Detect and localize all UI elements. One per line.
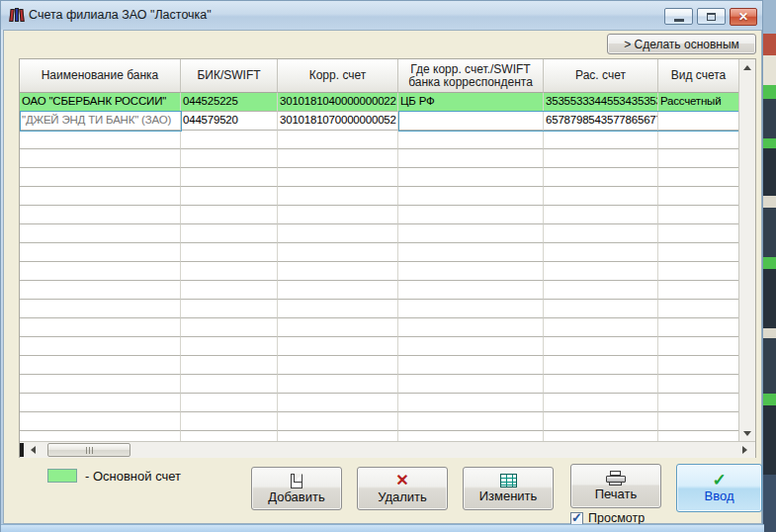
cell-corr[interactable]: 3010181040000000022 [278,93,398,112]
table-row-empty [20,375,739,394]
vertical-scrollbar[interactable] [738,59,755,441]
table-row-selected[interactable]: "ДЖЕЙ ЭНД ТИ БАНК" (ЗАО) 044579520 30101… [20,112,739,131]
table-header-row: Наименование банка БИК/SWIFT Корр. счет … [20,59,755,93]
window-bottom-border [1,524,764,532]
table-row-empty [20,412,739,431]
grid-edge-mark [20,443,24,457]
table-row-primary-account[interactable]: ОАО "СБЕРБАНК РОССИИ" 044525225 30101810… [20,93,739,112]
preview-label: Просмотр [588,511,645,525]
cell-bik[interactable]: 044525225 [181,93,278,112]
table-row-empty [20,394,739,412]
window-title: Счета филиала ЗАО "Ласточка" [29,8,212,22]
table-row-empty [20,281,739,300]
books-icon [9,7,26,23]
table-row-empty [20,187,739,206]
scroll-up-icon[interactable] [739,59,755,75]
cell-bik[interactable]: 044579520 [181,112,278,131]
cell-account[interactable]: 6578798543577865677 [544,112,658,131]
maximize-button[interactable] [697,8,726,25]
cell-where-corr[interactable]: ЦБ РФ [398,93,544,112]
minimize-icon [674,19,684,22]
column-header-bik[interactable]: БИК/SWIFT [181,59,278,93]
printer-icon [606,471,626,486]
cell-where-corr[interactable] [398,112,544,131]
column-header-where-corr[interactable]: Где корр. счет./SWIFT банка корреспонден… [398,59,544,93]
table-row-empty [20,318,739,337]
scroll-down-icon[interactable] [739,425,755,441]
make-primary-button[interactable]: > Сделать основным [607,34,756,54]
column-header-account[interactable]: Рас. счет [544,59,658,93]
horizontal-scrollbar[interactable] [20,441,755,458]
accounts-table: Наименование банка БИК/SWIFT Корр. счет … [19,58,756,458]
scroll-right-icon[interactable] [736,442,752,458]
table-row-empty [20,337,739,356]
edit-button[interactable]: Изменить [463,467,554,510]
red-x-icon: ✕ [395,473,408,488]
table-row-empty [20,243,739,262]
horizontal-scroll-thumb[interactable] [47,443,130,457]
green-check-icon: ✓ [712,473,726,488]
table-body: ОАО "СБЕРБАНК РОССИИ" 044525225 30101810… [20,93,739,441]
close-icon: ✕ [738,10,748,24]
column-header-type[interactable]: Вид счета [658,59,739,93]
maximize-icon [707,13,716,21]
cell-bank[interactable]: "ДЖЕЙ ЭНД ТИ БАНК" (ЗАО) [20,112,181,131]
table-row-empty [20,224,739,243]
scroll-left-icon[interactable] [25,442,41,458]
table-row-empty [20,300,739,318]
add-button[interactable]: Добавить [251,467,342,510]
table-row-empty [20,356,739,375]
dialog-window: Счета филиала ЗАО "Ласточка" ✕ > Сделать… [0,0,763,532]
cell-type[interactable] [658,112,739,131]
table-row-empty [20,206,739,224]
legend-label: - Основной счет [85,469,181,484]
minimize-button[interactable] [664,8,693,25]
grid-filler-rows [20,131,739,441]
close-button[interactable]: ✕ [730,8,757,26]
table-row-empty [20,431,739,441]
title-bar[interactable]: Счета филиала ЗАО "Ласточка" ✕ [1,1,762,30]
table-row-empty [20,149,739,168]
table-row-empty [20,168,739,187]
table-row-empty [20,131,739,149]
cell-corr[interactable]: 3010181070000000052 [278,112,398,131]
cell-account[interactable]: 3535533344553435353 [544,93,658,112]
cell-bank[interactable]: ОАО "СБЕРБАНК РОССИИ" [20,93,181,112]
table-grid-icon [500,474,517,488]
column-header-corr[interactable]: Корр. счет [278,59,398,93]
new-document-icon [291,474,302,488]
dialog-client-area: > Сделать основным Наименование банка БИ… [3,30,762,524]
column-header-bank[interactable]: Наименование банка [20,59,181,93]
delete-button[interactable]: ✕ Удалить [357,467,448,510]
table-row-empty [20,262,739,281]
preview-checkbox[interactable] [570,512,583,525]
primary-account-swatch [47,469,77,483]
print-button[interactable]: Печать [570,464,661,508]
enter-button[interactable]: ✓ Ввод [676,464,762,512]
cell-type[interactable]: Рассчетный [658,93,739,112]
background-window-strip [763,0,776,532]
